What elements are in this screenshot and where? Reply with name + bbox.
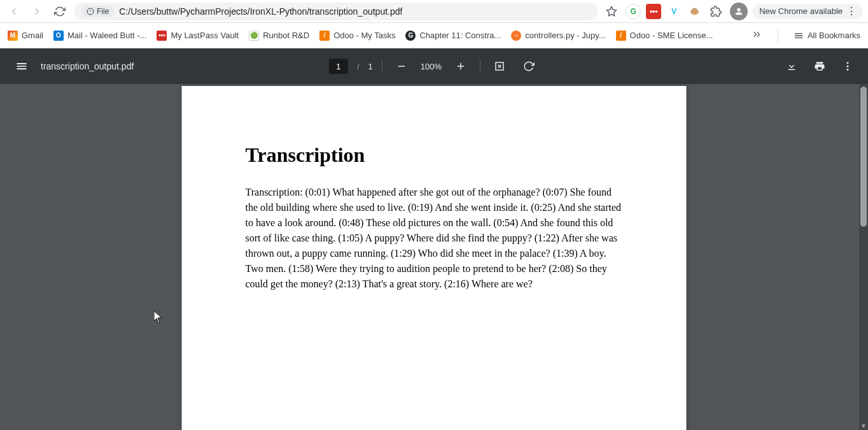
bookmark-runbot[interactable]: 🟢 Runbot R&D bbox=[249, 31, 309, 41]
extension-icon-vimeo[interactable]: V bbox=[666, 4, 682, 19]
pdf-body-text: Transcription: (0:01) What happened afte… bbox=[246, 185, 623, 292]
bookmark-label: Odoo - My Tasks bbox=[333, 31, 395, 40]
pdf-menu-button[interactable] bbox=[10, 55, 33, 78]
scrollbar[interactable]: ▲ ▼ bbox=[859, 84, 868, 430]
pdf-controls-center: / 1 100% bbox=[329, 56, 539, 76]
back-button[interactable] bbox=[5, 3, 23, 20]
divider bbox=[480, 60, 480, 73]
svg-point-9 bbox=[847, 69, 849, 71]
bookmark-icon: ••• bbox=[157, 31, 167, 41]
bookmark-odoo-sme[interactable]: / Odoo - SME License... bbox=[616, 31, 713, 41]
browser-toolbar: File C:/Users/buttw/PycharmProjects/Iron… bbox=[0, 0, 868, 23]
scroll-thumb[interactable] bbox=[860, 87, 867, 227]
bookmark-label: Odoo - SME License... bbox=[630, 31, 713, 40]
extensions-button[interactable] bbox=[707, 3, 725, 20]
bookmark-icon: 🟢 bbox=[249, 31, 259, 41]
print-button[interactable] bbox=[809, 56, 830, 76]
page-separator: / bbox=[357, 62, 360, 71]
all-bookmarks-button[interactable]: All Bookmarks bbox=[794, 31, 860, 41]
extension-icon-lastpass[interactable]: ••• bbox=[646, 4, 661, 19]
bookmark-icon: ○ bbox=[511, 31, 521, 41]
fit-to-page-button[interactable] bbox=[489, 56, 510, 76]
zoom-out-button[interactable] bbox=[391, 56, 412, 76]
bookmark-odoo-tasks[interactable]: / Odoo - My Tasks bbox=[319, 31, 395, 41]
rotate-button[interactable] bbox=[519, 56, 539, 76]
address-bar[interactable]: File C:/Users/buttw/PycharmProjects/Iron… bbox=[74, 3, 598, 20]
bookmark-lastpass[interactable]: ••• My LastPass Vault bbox=[157, 31, 239, 41]
forward-button[interactable] bbox=[28, 3, 46, 20]
bookmark-label: Gmail bbox=[22, 31, 43, 40]
pdf-page: Transcription Transcription: (0:01) What… bbox=[182, 86, 687, 430]
bookmark-label: Chapter 11: Constra... bbox=[419, 31, 501, 40]
bookmark-label: Mail - Waleed Butt -... bbox=[67, 31, 147, 40]
svg-marker-1 bbox=[607, 6, 617, 15]
new-chrome-button[interactable]: New Chrome available ⋮ bbox=[753, 4, 863, 19]
bookmarks-overflow-button[interactable] bbox=[751, 29, 762, 43]
pdf-viewport[interactable]: Transcription Transcription: (0:01) What… bbox=[0, 84, 868, 430]
pdf-filename: transcription_output.pdf bbox=[41, 61, 134, 71]
profile-button[interactable] bbox=[730, 3, 748, 20]
svg-rect-5 bbox=[460, 63, 461, 70]
more-icon: ⋮ bbox=[846, 6, 857, 17]
pdf-heading: Transcription bbox=[246, 143, 623, 167]
svg-rect-3 bbox=[398, 66, 405, 67]
url-text: C:/Users/buttw/PycharmProjects/IronXL-Py… bbox=[119, 6, 402, 17]
bookmark-icon: O bbox=[53, 31, 64, 41]
bookmark-icon: M bbox=[8, 31, 18, 41]
page-number-input[interactable] bbox=[329, 59, 348, 74]
bookmark-icon: / bbox=[616, 31, 626, 41]
page-total: 1 bbox=[368, 62, 373, 71]
bookmark-label: controllers.py - Jupy... bbox=[525, 31, 605, 40]
mouse-cursor-icon bbox=[154, 311, 163, 324]
new-chrome-label: New Chrome available bbox=[759, 6, 843, 16]
pdf-controls-right bbox=[781, 56, 858, 76]
svg-point-7 bbox=[847, 62, 849, 64]
zoom-in-button[interactable] bbox=[451, 56, 471, 76]
extension-icon-grammarly[interactable]: G bbox=[626, 4, 641, 19]
bookmark-outlook[interactable]: O Mail - Waleed Butt -... bbox=[53, 31, 147, 41]
file-chip: File bbox=[81, 6, 114, 17]
extension-icon-tampermonkey[interactable]: 🐵 bbox=[687, 4, 702, 19]
scroll-down-icon[interactable]: ▼ bbox=[859, 421, 868, 430]
bookmark-gmail[interactable]: M Gmail bbox=[8, 31, 43, 41]
bookmark-label: My LastPass Vault bbox=[171, 31, 239, 40]
bookmark-icon: G bbox=[405, 31, 416, 41]
reload-button[interactable] bbox=[51, 3, 69, 20]
pdf-more-button[interactable] bbox=[837, 56, 858, 76]
bookmark-star-button[interactable] bbox=[603, 3, 620, 20]
file-chip-label: File bbox=[97, 7, 109, 16]
pdf-toolbar: transcription_output.pdf / 1 100% bbox=[0, 48, 868, 84]
bookmarks-bar: M Gmail O Mail - Waleed Butt -... ••• My… bbox=[0, 23, 868, 48]
all-bookmarks-label: All Bookmarks bbox=[808, 31, 860, 40]
bookmark-label: Runbot R&D bbox=[263, 31, 309, 40]
bookmark-icon: / bbox=[319, 31, 330, 41]
divider bbox=[382, 60, 382, 73]
bookmark-chapter11[interactable]: G Chapter 11: Constra... bbox=[405, 31, 501, 41]
svg-point-2 bbox=[738, 8, 741, 11]
svg-point-8 bbox=[847, 66, 849, 68]
download-button[interactable] bbox=[781, 56, 802, 76]
bookmark-jupyter[interactable]: ○ controllers.py - Jupy... bbox=[511, 31, 605, 41]
divider bbox=[778, 29, 778, 42]
zoom-level: 100% bbox=[421, 62, 442, 71]
